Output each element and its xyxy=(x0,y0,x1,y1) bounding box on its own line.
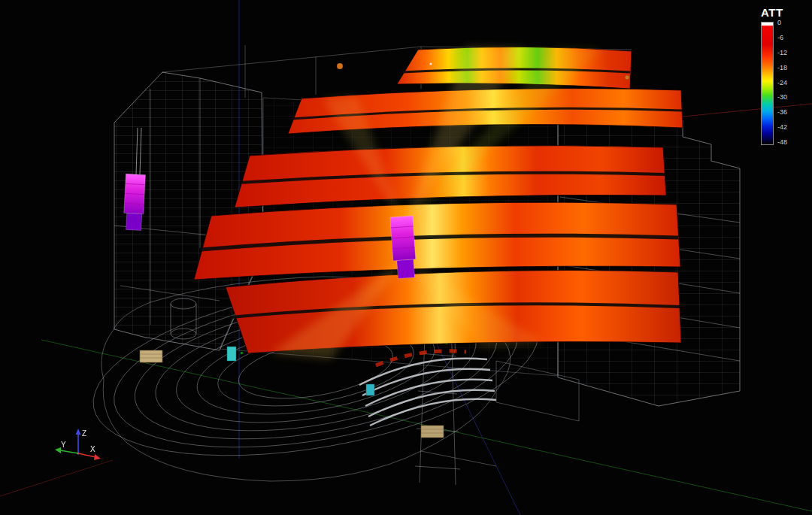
props[interactable] xyxy=(140,350,444,438)
legend-tick: -48 xyxy=(777,139,787,146)
y-axis-arrowhead xyxy=(55,447,61,453)
legend-tick-labels: 0 -6 -12 -18 -24 -30 -36 -42 -48 xyxy=(777,20,787,146)
world-x-axis-negative xyxy=(0,460,113,496)
scene-canvas: Z Y X xyxy=(0,0,812,515)
legend-colorbar xyxy=(761,22,774,145)
legend-tick: -36 xyxy=(777,109,787,116)
legend-tick: -12 xyxy=(777,50,787,56)
y-axis-arrow xyxy=(60,450,78,453)
y-axis-label: Y xyxy=(61,441,66,449)
x-axis-label: X xyxy=(90,445,95,453)
attenuation-legend: ATT 0 -6 -12 -18 -24 -30 -36 -42 -48 xyxy=(761,6,803,146)
z-axis-label: Z xyxy=(82,429,86,438)
3d-viewport[interactable]: Z Y X ATT 0 -6 -12 -18 -24 -30 -36 -42 -… xyxy=(0,0,812,515)
z-axis-arrowhead xyxy=(76,429,81,435)
legend-tick: 0 xyxy=(777,20,787,26)
x-axis-arrowhead xyxy=(94,454,101,460)
legend-tick: -42 xyxy=(777,124,787,131)
axis-gizmo[interactable]: Z Y X xyxy=(55,429,101,460)
legend-tick: -30 xyxy=(777,94,787,101)
legend-tick: -6 xyxy=(777,35,787,41)
legend-title: ATT xyxy=(761,6,803,19)
x-axis-arrow xyxy=(78,453,95,457)
legend-tick: -18 xyxy=(777,65,787,71)
legend-tick: -24 xyxy=(777,80,787,86)
